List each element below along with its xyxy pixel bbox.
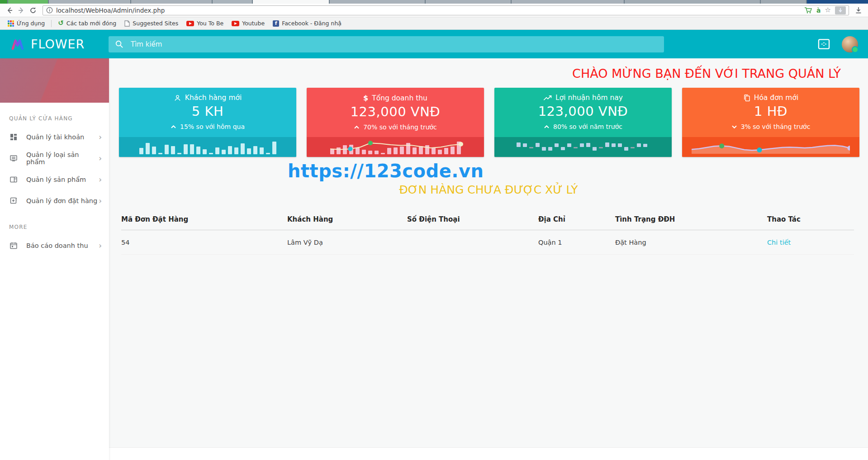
- stat-card-title-text: Tổng doanh thu: [372, 94, 427, 102]
- sparkline-line: [330, 138, 461, 154]
- browser-tab[interactable]: [761, 0, 806, 4]
- stat-card-chart: [682, 137, 859, 157]
- sidebar-item-products[interactable]: Quản lý sản phẩm›: [0, 169, 109, 190]
- sidebar-section-label: QUẢN LÝ CỬA HÀNG: [0, 103, 109, 126]
- browser-toolbar: localhost/WebHoa/Admin/index.php à ☆: [0, 4, 868, 17]
- downloads-icon[interactable]: [853, 5, 864, 16]
- forward-icon[interactable]: [15, 5, 27, 16]
- browser-tab-strip[interactable]: [0, 0, 868, 4]
- stat-card-chart: [307, 137, 484, 157]
- sidebar-item-label: Quản lý sản phẩm: [26, 176, 99, 183]
- download-dropdown-button[interactable]: [835, 6, 846, 14]
- back-icon[interactable]: [4, 5, 15, 16]
- arrow-up-icon: [544, 125, 550, 129]
- main-content: CHÀO MỪNG BẠN ĐẾN VỚI TRANG QUÁN LÝ Khác…: [109, 58, 868, 460]
- cart-icon[interactable]: [804, 7, 812, 14]
- bookmark-star-icon[interactable]: ☆: [825, 7, 831, 14]
- table-header-cell: Tình Trạng ĐĐH: [615, 212, 767, 230]
- table-cell-action: Chi tiết: [767, 230, 854, 255]
- bookmark-you-to-be[interactable]: You To Be: [183, 19, 227, 28]
- sidebar-item-label: Quản lý tài khoản: [26, 133, 99, 141]
- sidebar-more-label: MORE: [0, 211, 109, 235]
- stat-card-delta-text: 70% so với tháng trước: [363, 123, 437, 131]
- panel-icon: [9, 175, 18, 184]
- logo-text: FLOWER: [31, 37, 85, 51]
- bookmarks-bar: Ứng dụng↺Các tab mới đóngSuggested Sites…: [0, 17, 868, 30]
- stat-card-value: 1 HĐ: [754, 104, 787, 119]
- app-header: FLOWER: [0, 30, 868, 58]
- stat-card-delta: 15% so với hôm qua: [171, 123, 245, 130]
- browser-tab[interactable]: [512, 0, 624, 4]
- browser-tab[interactable]: [213, 0, 252, 4]
- stat-card-title-text: Hóa đơn mới: [754, 94, 799, 102]
- watermark-text: https://123code.vn: [288, 161, 868, 181]
- bookmark-apps[interactable]: Ứng dụng: [5, 19, 48, 28]
- table-header-cell: Thao Tác: [767, 212, 854, 230]
- stat-card-delta: 3% so với tháng trước: [731, 123, 811, 130]
- address-bar[interactable]: localhost/WebHoa/Admin/index.php à ☆: [43, 5, 849, 15]
- waterfall-chart: [517, 139, 650, 155]
- sidebar-item-orders[interactable]: Quản lý đơn đặt hàng›: [0, 190, 109, 211]
- stat-card-new-invoices: Hóa đơn mới1 HĐ3% so với tháng trước: [682, 88, 859, 157]
- info-icon[interactable]: [46, 7, 53, 14]
- table-cell: Đặt Hàng: [615, 230, 767, 255]
- stat-card-new-customers: Khách hàng mới5 KH15% so với hôm qua: [119, 88, 296, 157]
- youtube-icon: [232, 21, 239, 26]
- bookmark-label: Facebook - Đăng nhậ: [282, 20, 342, 27]
- bookmark-label: You To Be: [197, 20, 223, 27]
- facebook-icon: f: [273, 20, 279, 27]
- youtube-icon: [186, 21, 194, 26]
- stat-card-title: Khách hàng mới: [174, 94, 242, 102]
- stat-card-title: $Tổng doanh thu: [363, 94, 427, 102]
- stat-card-chart: [494, 137, 672, 157]
- stat-card-total-revenue: $Tổng doanh thu123,000 VNĐ70% so với thá…: [307, 88, 484, 157]
- browser-tab[interactable]: [807, 0, 868, 4]
- search-input[interactable]: [130, 40, 658, 49]
- chevron-right-icon: ›: [99, 154, 102, 163]
- reload-icon[interactable]: [27, 5, 39, 16]
- app-logo[interactable]: FLOWER: [10, 37, 109, 51]
- bookmark-suggested-sites[interactable]: Suggested Sites: [121, 19, 181, 28]
- stat-card-body: $Tổng doanh thu123,000 VNĐ70% so với thá…: [307, 88, 484, 137]
- extension-a-icon[interactable]: à: [816, 7, 821, 14]
- table-cell: Lâm Vỹ Dạ: [287, 230, 407, 255]
- browser-tab[interactable]: [0, 0, 7, 4]
- browser-tab[interactable]: [49, 0, 130, 4]
- calendar-icon: [9, 241, 18, 250]
- add-box-icon: [9, 196, 18, 205]
- stat-card-delta: 70% so với tháng trước: [354, 123, 437, 131]
- url-text[interactable]: localhost/WebHoa/Admin/index.php: [56, 7, 804, 14]
- table-row: 54Lâm Vỹ DạQuận 1Đặt HàngChi tiết: [121, 230, 854, 255]
- search-bar[interactable]: [109, 36, 664, 52]
- bookmark-label: Các tab mới đóng: [66, 20, 116, 27]
- sidebar-item-revenue-report[interactable]: Báo cáo doanh thu›: [0, 235, 109, 256]
- order-detail-link[interactable]: Chi tiết: [767, 239, 791, 246]
- area-chart: [692, 139, 850, 155]
- search-icon: [115, 40, 123, 48]
- table-cell: [407, 230, 538, 255]
- browser-tab[interactable]: [330, 0, 425, 4]
- bookmark-youtube[interactable]: Youtube: [228, 19, 268, 28]
- area-chart-wrap: [692, 139, 850, 155]
- user-avatar[interactable]: [842, 36, 858, 52]
- bookmark-facebook[interactable]: fFacebook - Đăng nhậ: [270, 19, 345, 28]
- bookmark-recent-tabs[interactable]: ↺Các tab mới đóng: [55, 19, 119, 28]
- stat-card-value: 5 KH: [192, 104, 224, 119]
- sidebar-item-categories[interactable]: Quản lý loại sản phẩm›: [0, 147, 109, 169]
- browser-tab[interactable]: [625, 0, 760, 4]
- chevron-right-icon: ›: [99, 133, 102, 142]
- welcome-heading: CHÀO MỪNG BẠN ĐẾN VỚI TRANG QUÁN LÝ: [109, 66, 841, 81]
- fullscreen-icon[interactable]: [818, 38, 830, 50]
- stat-card-body: Lợi nhuận hôm nay123,000 VNĐ80% so với n…: [494, 88, 672, 137]
- browser-tab[interactable]: [8, 0, 48, 4]
- stat-card-chart: [119, 137, 296, 157]
- arrow-up-icon: [354, 125, 360, 129]
- pending-orders-table: Mã Đơn Đặt HàngKhách HàngSố Điện ThoạiĐị…: [121, 212, 854, 255]
- browser-tab[interactable]: [131, 0, 212, 4]
- sidebar-banner-image: [0, 58, 109, 103]
- page-icon: [124, 20, 130, 27]
- browser-tab[interactable]: [253, 0, 329, 4]
- browser-tab[interactable]: [426, 0, 511, 4]
- sparkline-chart: [330, 140, 461, 154]
- sidebar-item-accounts[interactable]: Quản lý tài khoản›: [0, 126, 109, 147]
